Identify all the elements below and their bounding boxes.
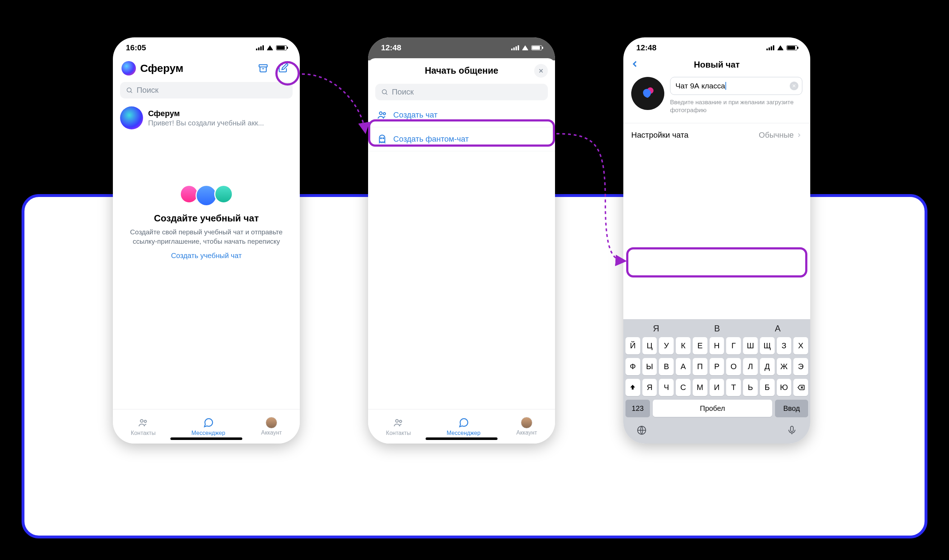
svg-point-9 xyxy=(396,420,398,422)
tab-label: Мессенджер xyxy=(447,430,481,436)
account-avatar-icon xyxy=(521,417,532,428)
key[interactable]: Ж xyxy=(777,358,792,375)
svg-point-4 xyxy=(382,89,386,94)
search-placeholder: Поиск xyxy=(137,86,158,95)
key[interactable]: Л xyxy=(743,358,758,375)
cellular-icon xyxy=(256,45,264,50)
key[interactable]: Щ xyxy=(760,337,775,354)
mic-icon[interactable] xyxy=(786,425,797,437)
svg-point-6 xyxy=(383,112,385,115)
key[interactable]: Я xyxy=(642,379,657,396)
app-logo xyxy=(122,61,136,75)
key[interactable]: С xyxy=(676,379,691,396)
phone-screen-2: 12:48 Начать общение Поиск Создать чат С… xyxy=(368,37,555,443)
home-indicator xyxy=(426,437,497,440)
key[interactable]: В xyxy=(659,358,674,375)
key[interactable]: Э xyxy=(794,358,808,375)
keyboard-suggestions: Я В А xyxy=(626,322,808,337)
key[interactable]: И xyxy=(710,379,724,396)
svg-rect-0 xyxy=(259,65,268,67)
key[interactable]: Г xyxy=(726,337,741,354)
key[interactable]: Ь xyxy=(743,379,758,396)
key[interactable]: Б xyxy=(760,379,775,396)
photo-placeholder-icon xyxy=(639,85,657,102)
key[interactable]: Й xyxy=(626,337,640,354)
clear-button[interactable]: ✕ xyxy=(790,82,798,90)
svg-point-1 xyxy=(127,88,131,92)
suggestion[interactable]: В xyxy=(714,323,720,334)
search-icon xyxy=(126,87,133,94)
tab-account[interactable]: Аккаунт xyxy=(261,417,282,436)
key-enter[interactable]: Ввод xyxy=(775,400,808,417)
key[interactable]: У xyxy=(659,337,674,354)
onboarding-block: Создайте учебный чат Создайте свой первы… xyxy=(113,185,300,260)
status-bar: 12:48 xyxy=(623,37,810,57)
key-space[interactable]: Пробел xyxy=(653,400,772,417)
key[interactable]: П xyxy=(693,358,708,375)
key[interactable]: Ф xyxy=(626,358,640,375)
contacts-icon xyxy=(392,417,405,429)
close-button[interactable] xyxy=(534,64,548,78)
onboarding-link[interactable]: Создать учебный чат xyxy=(171,252,242,260)
status-time: 12:48 xyxy=(636,43,657,52)
sheet-title: Начать общение xyxy=(425,65,498,76)
chat-list-item[interactable]: Сферум Привет! Вы создали учебный акк... xyxy=(113,102,300,134)
chevron-left-icon xyxy=(630,59,640,69)
archive-button[interactable] xyxy=(255,60,271,76)
key[interactable]: А xyxy=(676,358,691,375)
key-backspace[interactable] xyxy=(794,379,808,396)
key[interactable]: К xyxy=(676,337,691,354)
tab-account[interactable]: Аккаунт xyxy=(516,417,537,436)
status-bar: 16:05 xyxy=(113,37,300,57)
key[interactable]: Ш xyxy=(743,337,758,354)
wifi-icon xyxy=(777,45,784,50)
svg-rect-13 xyxy=(791,426,794,432)
tab-contacts[interactable]: Контакты xyxy=(131,417,155,436)
key[interactable]: Т xyxy=(726,379,741,396)
key[interactable]: Ц xyxy=(642,337,657,354)
suggestion[interactable]: Я xyxy=(653,323,659,334)
chat-avatar xyxy=(120,106,143,129)
svg-point-10 xyxy=(400,420,402,422)
status-bar: 12:48 xyxy=(368,37,555,57)
chat-name-input[interactable]: Чат 9А класса ✕ xyxy=(670,77,802,95)
tab-contacts[interactable]: Контакты xyxy=(386,417,411,436)
chevron-right-icon xyxy=(796,132,802,138)
chat-photo-picker[interactable] xyxy=(631,77,664,110)
key-numeric[interactable]: 123 xyxy=(626,400,650,417)
search-input[interactable]: Поиск xyxy=(375,84,548,100)
tab-messenger[interactable]: Мессенджер xyxy=(447,417,481,436)
search-input[interactable]: Поиск xyxy=(120,82,292,98)
suggestion[interactable]: А xyxy=(775,323,781,334)
wifi-icon xyxy=(267,45,273,50)
key[interactable]: Ю xyxy=(777,379,792,396)
key[interactable]: Е xyxy=(693,337,708,354)
flow-arrow-1 xyxy=(300,72,372,144)
key[interactable]: Ы xyxy=(642,358,657,375)
key[interactable]: Д xyxy=(760,358,775,375)
chat-settings-row[interactable]: Настройки чата Обычные xyxy=(623,123,810,147)
settings-value: Обычные xyxy=(759,131,794,140)
option-label: Создать чат xyxy=(393,110,437,120)
key[interactable]: М xyxy=(693,379,708,396)
account-avatar-icon xyxy=(266,417,277,428)
globe-icon[interactable] xyxy=(636,425,647,437)
key[interactable]: Ч xyxy=(659,379,674,396)
home-indicator xyxy=(171,437,242,440)
battery-icon xyxy=(786,45,797,50)
tab-label: Мессенджер xyxy=(192,430,225,436)
key[interactable]: О xyxy=(726,358,741,375)
tab-label: Аккаунт xyxy=(261,429,282,436)
chat-name: Сферум xyxy=(148,109,264,118)
key-shift[interactable] xyxy=(626,379,640,396)
close-icon xyxy=(538,68,544,74)
key[interactable]: Х xyxy=(794,337,808,354)
key[interactable]: З xyxy=(777,337,792,354)
tab-messenger[interactable]: Мессенджер xyxy=(192,417,225,436)
highlight-create-chat-button xyxy=(626,247,807,277)
highlight-compose xyxy=(275,61,300,86)
key[interactable]: Н xyxy=(710,337,724,354)
battery-icon xyxy=(276,45,287,50)
key[interactable]: Р xyxy=(710,358,724,375)
back-button[interactable] xyxy=(630,59,640,71)
